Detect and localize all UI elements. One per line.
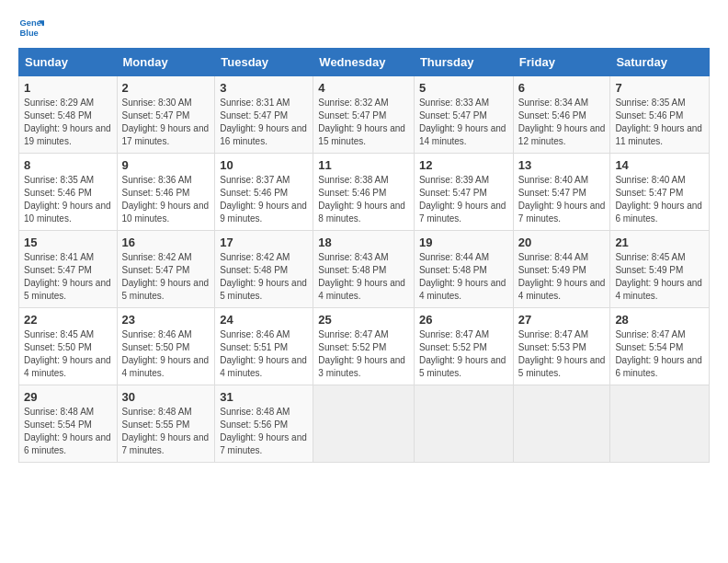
day-info: Sunrise: 8:48 AMSunset: 5:56 PMDaylight:… xyxy=(220,407,307,455)
day-info: Sunrise: 8:40 AMSunset: 5:47 PMDaylight:… xyxy=(615,175,702,224)
day-info: Sunrise: 8:47 AMSunset: 5:54 PMDaylight:… xyxy=(615,329,702,378)
day-info: Sunrise: 8:41 AMSunset: 5:47 PMDaylight:… xyxy=(24,252,111,301)
table-row: 27 Sunrise: 8:47 AMSunset: 5:53 PMDaylig… xyxy=(513,308,610,385)
table-row: 13 Sunrise: 8:40 AMSunset: 5:47 PMDaylig… xyxy=(513,154,610,231)
day-info: Sunrise: 8:32 AMSunset: 5:47 PMDaylight:… xyxy=(318,98,405,146)
day-number: 20 xyxy=(518,236,606,249)
header-tuesday: Tuesday xyxy=(215,49,313,76)
table-row: 30 Sunrise: 8:48 AMSunset: 5:55 PMDaylig… xyxy=(117,385,215,463)
day-number: 16 xyxy=(122,236,210,249)
table-row: 20 Sunrise: 8:44 AMSunset: 5:49 PMDaylig… xyxy=(513,231,610,308)
svg-text:General: General xyxy=(20,18,44,28)
day-number: 12 xyxy=(419,158,508,172)
table-row xyxy=(610,385,710,463)
day-number: 28 xyxy=(615,313,704,327)
day-info: Sunrise: 8:42 AMSunset: 5:47 PMDaylight:… xyxy=(122,252,210,301)
table-row: 31 Sunrise: 8:48 AMSunset: 5:56 PMDaylig… xyxy=(215,385,313,463)
day-number: 8 xyxy=(24,158,112,172)
table-row: 22 Sunrise: 8:45 AMSunset: 5:50 PMDaylig… xyxy=(19,308,118,385)
day-info: Sunrise: 8:44 AMSunset: 5:49 PMDaylight:… xyxy=(518,252,606,301)
day-number: 10 xyxy=(220,158,308,172)
day-number: 27 xyxy=(518,313,606,327)
day-info: Sunrise: 8:34 AMSunset: 5:46 PMDaylight:… xyxy=(518,98,606,146)
day-info: Sunrise: 8:33 AMSunset: 5:47 PMDaylight:… xyxy=(419,98,506,146)
day-info: Sunrise: 8:36 AMSunset: 5:46 PMDaylight:… xyxy=(122,175,210,224)
header-friday: Friday xyxy=(513,49,610,76)
calendar-week-row: 15 Sunrise: 8:41 AMSunset: 5:47 PMDaylig… xyxy=(19,231,710,308)
table-row: 29 Sunrise: 8:48 AMSunset: 5:54 PMDaylig… xyxy=(19,385,118,463)
day-info: Sunrise: 8:48 AMSunset: 5:55 PMDaylight:… xyxy=(122,407,210,455)
header-sunday: Sunday xyxy=(19,49,118,76)
calendar-week-row: 22 Sunrise: 8:45 AMSunset: 5:50 PMDaylig… xyxy=(19,308,710,385)
day-info: Sunrise: 8:43 AMSunset: 5:48 PMDaylight:… xyxy=(318,252,405,301)
table-row: 7 Sunrise: 8:35 AMSunset: 5:46 PMDayligh… xyxy=(610,76,710,154)
page-header: General Blue xyxy=(18,15,710,40)
table-row: 24 Sunrise: 8:46 AMSunset: 5:51 PMDaylig… xyxy=(215,308,313,385)
day-number: 26 xyxy=(419,313,508,327)
table-row: 6 Sunrise: 8:34 AMSunset: 5:46 PMDayligh… xyxy=(513,76,610,154)
table-row: 9 Sunrise: 8:36 AMSunset: 5:46 PMDayligh… xyxy=(117,154,215,231)
day-number: 24 xyxy=(220,313,308,327)
day-number: 21 xyxy=(615,236,704,249)
day-info: Sunrise: 8:45 AMSunset: 5:50 PMDaylight:… xyxy=(24,329,111,378)
calendar-week-row: 8 Sunrise: 8:35 AMSunset: 5:46 PMDayligh… xyxy=(19,154,710,231)
calendar-week-row: 1 Sunrise: 8:29 AMSunset: 5:48 PMDayligh… xyxy=(19,76,710,154)
day-info: Sunrise: 8:37 AMSunset: 5:46 PMDaylight:… xyxy=(220,175,307,224)
day-info: Sunrise: 8:35 AMSunset: 5:46 PMDaylight:… xyxy=(24,175,111,224)
day-info: Sunrise: 8:48 AMSunset: 5:54 PMDaylight:… xyxy=(24,407,111,455)
day-info: Sunrise: 8:46 AMSunset: 5:51 PMDaylight:… xyxy=(220,329,307,378)
day-info: Sunrise: 8:42 AMSunset: 5:48 PMDaylight:… xyxy=(220,252,307,301)
day-info: Sunrise: 8:47 AMSunset: 5:52 PMDaylight:… xyxy=(318,329,405,378)
table-row: 28 Sunrise: 8:47 AMSunset: 5:54 PMDaylig… xyxy=(610,308,710,385)
table-row: 18 Sunrise: 8:43 AMSunset: 5:48 PMDaylig… xyxy=(313,231,415,308)
day-number: 14 xyxy=(615,158,704,172)
day-number: 11 xyxy=(318,158,409,172)
day-number: 19 xyxy=(419,236,508,249)
header-thursday: Thursday xyxy=(414,49,513,76)
table-row: 19 Sunrise: 8:44 AMSunset: 5:48 PMDaylig… xyxy=(414,231,513,308)
day-info: Sunrise: 8:45 AMSunset: 5:49 PMDaylight:… xyxy=(615,252,702,301)
day-number: 18 xyxy=(318,236,409,249)
table-row: 3 Sunrise: 8:31 AMSunset: 5:47 PMDayligh… xyxy=(215,76,313,154)
table-row: 5 Sunrise: 8:33 AMSunset: 5:47 PMDayligh… xyxy=(414,76,513,154)
calendar-table: SundayMondayTuesdayWednesdayThursdayFrid… xyxy=(18,48,710,463)
header-saturday: Saturday xyxy=(610,49,710,76)
day-info: Sunrise: 8:47 AMSunset: 5:53 PMDaylight:… xyxy=(518,329,606,378)
table-row: 26 Sunrise: 8:47 AMSunset: 5:52 PMDaylig… xyxy=(414,308,513,385)
day-number: 1 xyxy=(24,81,112,95)
day-number: 7 xyxy=(615,81,704,95)
day-info: Sunrise: 8:35 AMSunset: 5:46 PMDaylight:… xyxy=(615,98,702,146)
table-row: 21 Sunrise: 8:45 AMSunset: 5:49 PMDaylig… xyxy=(610,231,710,308)
day-info: Sunrise: 8:31 AMSunset: 5:47 PMDaylight:… xyxy=(220,98,307,146)
table-row: 11 Sunrise: 8:38 AMSunset: 5:46 PMDaylig… xyxy=(313,154,415,231)
day-info: Sunrise: 8:39 AMSunset: 5:47 PMDaylight:… xyxy=(419,175,506,224)
table-row: 4 Sunrise: 8:32 AMSunset: 5:47 PMDayligh… xyxy=(313,76,415,154)
day-info: Sunrise: 8:47 AMSunset: 5:52 PMDaylight:… xyxy=(419,329,506,378)
day-number: 2 xyxy=(122,81,210,95)
day-number: 9 xyxy=(122,158,210,172)
table-row: 12 Sunrise: 8:39 AMSunset: 5:47 PMDaylig… xyxy=(414,154,513,231)
table-row: 17 Sunrise: 8:42 AMSunset: 5:48 PMDaylig… xyxy=(215,231,313,308)
table-row: 23 Sunrise: 8:46 AMSunset: 5:50 PMDaylig… xyxy=(117,308,215,385)
table-row xyxy=(313,385,415,463)
calendar-week-row: 29 Sunrise: 8:48 AMSunset: 5:54 PMDaylig… xyxy=(19,385,710,463)
table-row xyxy=(414,385,513,463)
logo: General Blue xyxy=(18,15,48,40)
day-info: Sunrise: 8:38 AMSunset: 5:46 PMDaylight:… xyxy=(318,175,405,224)
table-row: 16 Sunrise: 8:42 AMSunset: 5:47 PMDaylig… xyxy=(117,231,215,308)
header-monday: Monday xyxy=(117,49,215,76)
day-info: Sunrise: 8:30 AMSunset: 5:47 PMDaylight:… xyxy=(122,98,210,146)
table-row: 14 Sunrise: 8:40 AMSunset: 5:47 PMDaylig… xyxy=(610,154,710,231)
table-row: 10 Sunrise: 8:37 AMSunset: 5:46 PMDaylig… xyxy=(215,154,313,231)
day-info: Sunrise: 8:44 AMSunset: 5:48 PMDaylight:… xyxy=(419,252,506,301)
day-number: 30 xyxy=(122,390,210,404)
table-row: 1 Sunrise: 8:29 AMSunset: 5:48 PMDayligh… xyxy=(19,76,118,154)
day-number: 17 xyxy=(220,236,308,249)
day-number: 22 xyxy=(24,313,112,327)
day-info: Sunrise: 8:40 AMSunset: 5:47 PMDaylight:… xyxy=(518,175,606,224)
day-number: 29 xyxy=(24,390,112,404)
day-number: 15 xyxy=(24,236,112,249)
header-wednesday: Wednesday xyxy=(313,49,415,76)
day-number: 3 xyxy=(220,81,308,95)
logo-icon: General Blue xyxy=(18,15,44,40)
